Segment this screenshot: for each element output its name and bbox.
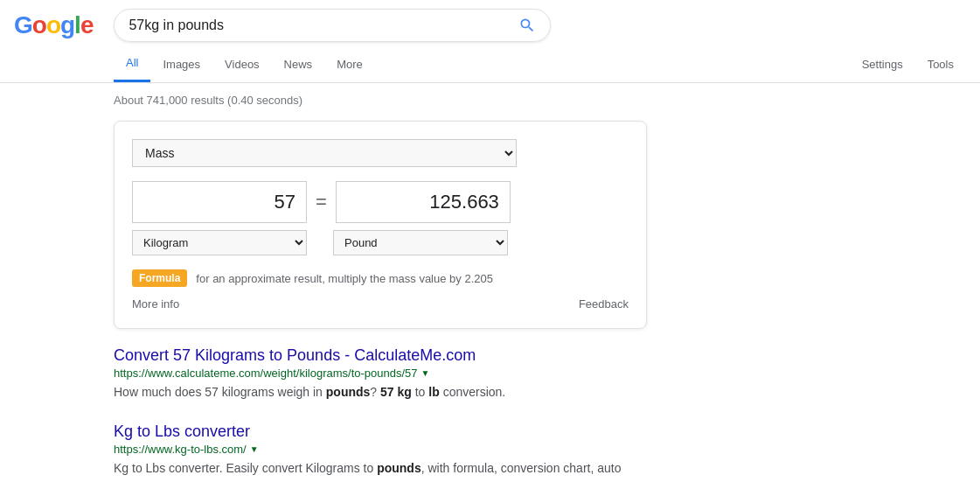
formula-text: for an approximate result, multiply the … [196,272,493,285]
result-url-row-1: https://www.kg-to-lbs.com/ ▼ [114,443,638,456]
logo-letter-l: l [74,11,80,38]
more-info-link[interactable]: More info [132,297,179,311]
search-icon [518,17,536,34]
result-title-1[interactable]: Kg to Lbs converter [114,423,638,441]
widget-footer: More info Feedback [132,297,629,311]
formula-row: Formula for an approximate result, multi… [132,269,629,287]
search-bar [114,9,551,42]
header: Google [0,0,980,42]
from-value-input[interactable] [132,181,307,223]
results-count: About 741,000 results (0.40 seconds) [114,94,866,107]
equals-sign: = [316,191,327,213]
feedback-link[interactable]: Feedback [579,297,629,311]
search-result-1: Kg to Lbs converter https://www.kg-to-lb… [114,423,638,478]
to-value-input[interactable] [336,181,511,223]
converter-row: = [132,181,629,223]
logo-letter-g2: g [60,11,74,38]
nav-item-news[interactable]: News [272,47,325,81]
nav-right: Settings Tools [850,47,966,81]
result-url-0: https://www.calculateme.com/weight/kilog… [114,367,418,380]
result-title-0[interactable]: Convert 57 Kilograms to Pounds - Calcula… [114,346,638,365]
nav-item-videos[interactable]: Videos [212,47,272,81]
search-input[interactable] [129,17,518,33]
unit-selects: Kilogram Pound [132,230,629,255]
formula-badge: Formula [132,269,187,287]
nav-item-all[interactable]: All [114,45,150,82]
nav-bar: All Images Videos News More Settings Too… [0,45,980,83]
search-button[interactable] [518,17,536,34]
result-url-arrow-0[interactable]: ▼ [421,368,430,378]
google-logo: Google [14,11,93,39]
result-snippet-1: Kg to Lbs converter. Easily convert Kilo… [114,459,638,478]
nav-item-more[interactable]: More [324,47,375,81]
result-snippet-0: How much does 57 kilograms weigh in poun… [114,383,638,402]
result-url-row-0: https://www.calculateme.com/weight/kilog… [114,367,638,380]
from-unit-select[interactable]: Kilogram [132,230,307,255]
logo-letter-o2: o [46,11,60,38]
nav-tools[interactable]: Tools [915,47,966,81]
result-url-1: https://www.kg-to-lbs.com/ [114,443,247,456]
conversion-type-select[interactable]: Mass [132,139,517,167]
result-url-arrow-1[interactable]: ▼ [250,444,259,454]
nav-settings[interactable]: Settings [850,47,915,81]
search-result-0: Convert 57 Kilograms to Pounds - Calcula… [114,346,638,402]
logo-letter-g: G [14,11,32,38]
main-content: About 741,000 results (0.40 seconds) Mas… [0,83,980,496]
nav-item-images[interactable]: Images [150,47,212,81]
logo-letter-o1: o [32,11,46,38]
logo-letter-e: e [80,11,94,38]
to-unit-select[interactable]: Pound [333,230,508,255]
unit-converter-widget: Mass = Kilogram Pound Formula for an app… [114,121,647,329]
